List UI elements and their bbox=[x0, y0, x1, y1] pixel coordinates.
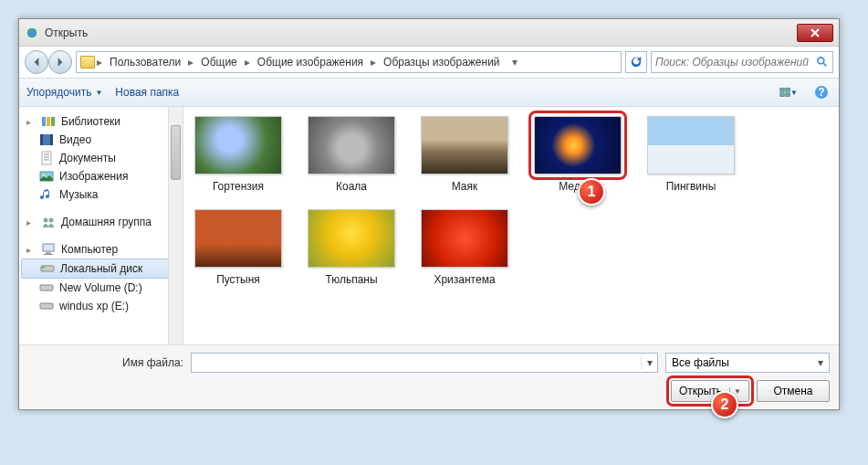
svg-point-18 bbox=[44, 218, 48, 223]
open-button[interactable]: Открыть ▼ bbox=[671, 380, 749, 402]
sidebar-item-images[interactable]: Изображения bbox=[19, 167, 183, 185]
cancel-button[interactable]: Отмена bbox=[757, 380, 830, 402]
svg-point-19 bbox=[49, 218, 54, 223]
sidebar-item-documents[interactable]: Документы bbox=[19, 149, 183, 167]
nav-row: ▸ Пользователи ▸ Общие ▸ Общие изображен… bbox=[19, 47, 839, 78]
callout-1: 1 bbox=[578, 178, 605, 206]
libraries-icon bbox=[41, 114, 56, 129]
sidebar-label: Музыка bbox=[59, 188, 98, 201]
svg-rect-22 bbox=[44, 254, 53, 255]
sidebar-label: Документы bbox=[59, 152, 116, 164]
cancel-label: Отмена bbox=[773, 385, 812, 397]
music-icon bbox=[39, 187, 54, 202]
sidebar-item-video[interactable]: Видео bbox=[19, 131, 183, 149]
documents-icon bbox=[39, 151, 54, 165]
sidebar-libraries[interactable]: ▸ Библиотеки bbox=[19, 112, 183, 131]
sidebar-computer[interactable]: ▸ Компьютер bbox=[19, 240, 183, 259]
thumbnail-label: Маяк bbox=[452, 180, 478, 193]
file-thumbnail[interactable]: Гортензия bbox=[193, 116, 284, 193]
breadcrumb-dropdown[interactable]: ▾ bbox=[507, 56, 522, 69]
svg-rect-20 bbox=[43, 244, 54, 251]
help-button[interactable]: ? bbox=[811, 82, 831, 102]
expand-icon: ▸ bbox=[26, 217, 36, 227]
svg-rect-10 bbox=[47, 117, 50, 126]
sidebar-label: windus xp (E:) bbox=[59, 300, 129, 312]
search-input[interactable] bbox=[655, 56, 816, 69]
organize-button[interactable]: Упорядочить ▼ bbox=[26, 86, 102, 99]
drive-icon bbox=[39, 299, 54, 313]
file-thumbnail[interactable]: Маяк bbox=[419, 116, 510, 193]
app-icon bbox=[25, 26, 39, 40]
close-button[interactable] bbox=[797, 24, 833, 42]
back-button[interactable] bbox=[25, 50, 48, 74]
svg-rect-6 bbox=[786, 93, 790, 97]
svg-rect-15 bbox=[42, 152, 51, 164]
titlebar: Открыть bbox=[19, 19, 839, 47]
sidebar-item-local-disk[interactable]: Локальный диск bbox=[21, 259, 181, 279]
svg-rect-11 bbox=[51, 117, 55, 126]
dialog-body: ▸ Библиотеки Видео Документы Изображения bbox=[19, 107, 839, 344]
thumbnail-label: Хризантема bbox=[434, 273, 495, 286]
refresh-button[interactable] bbox=[625, 51, 647, 73]
thumbnail-image bbox=[308, 116, 395, 174]
sidebar-label: Компьютер bbox=[61, 243, 118, 256]
homegroup-icon bbox=[41, 215, 56, 229]
svg-rect-25 bbox=[40, 285, 53, 291]
breadcrumb-item[interactable]: Образцы изображений bbox=[378, 56, 505, 69]
file-type-filter[interactable]: Все файлы ▾ bbox=[665, 353, 830, 373]
search-icon bbox=[816, 56, 829, 69]
svg-point-2 bbox=[818, 58, 824, 64]
sidebar-scrollbar[interactable] bbox=[168, 107, 183, 344]
chevron-down-icon[interactable]: ▾ bbox=[641, 356, 657, 369]
new-folder-button[interactable]: Новая папка bbox=[115, 86, 179, 99]
forward-button[interactable] bbox=[48, 50, 72, 74]
svg-rect-9 bbox=[42, 117, 46, 126]
open-dialog: Открыть ▸ Пользователи ▸ Общие ▸ Общие и… bbox=[18, 18, 840, 410]
sidebar-item-drive-d[interactable]: New Volume (D:) bbox=[19, 279, 183, 297]
thumbnail-image bbox=[308, 209, 395, 268]
search-box[interactable] bbox=[651, 51, 833, 73]
svg-rect-21 bbox=[46, 252, 51, 254]
sidebar-label: Изображения bbox=[59, 170, 128, 183]
thumbnail-image bbox=[194, 209, 282, 268]
thumbnail-image bbox=[647, 116, 735, 174]
sidebar-label: New Volume (D:) bbox=[59, 281, 142, 294]
sidebar-item-music[interactable]: Музыка bbox=[19, 185, 183, 204]
chevron-right-icon: ▸ bbox=[188, 56, 193, 69]
breadcrumb-item[interactable]: Общие изображения bbox=[252, 56, 369, 69]
file-thumbnail[interactable]: Тюльпаны bbox=[306, 209, 397, 286]
thumbnail-image bbox=[421, 209, 508, 268]
file-thumbnail[interactable]: Пустыня bbox=[193, 209, 284, 286]
sidebar-homegroup[interactable]: ▸ Домашняя группа bbox=[19, 213, 183, 231]
breadcrumb[interactable]: ▸ Пользователи ▸ Общие ▸ Общие изображен… bbox=[76, 51, 622, 73]
thumbnail-label: Коала bbox=[336, 180, 367, 193]
sidebar-item-drive-e[interactable]: windus xp (E:) bbox=[19, 297, 183, 315]
computer-icon bbox=[41, 242, 56, 257]
sidebar-label: Локальный диск bbox=[60, 262, 142, 275]
toolbar: Упорядочить ▼ Новая папка ▼ ? bbox=[19, 78, 839, 107]
file-thumbnail[interactable]: Пингвины bbox=[645, 116, 737, 193]
svg-rect-3 bbox=[780, 88, 785, 91]
file-thumbnail[interactable]: Медуза bbox=[532, 116, 623, 193]
close-icon bbox=[810, 28, 820, 37]
drive-icon bbox=[39, 280, 54, 295]
filename-input[interactable]: ▾ bbox=[191, 353, 658, 373]
view-button[interactable]: ▼ bbox=[779, 82, 799, 102]
chevron-down-icon[interactable]: ▾ bbox=[818, 356, 823, 369]
svg-rect-13 bbox=[40, 134, 43, 145]
view-icon bbox=[779, 86, 790, 99]
svg-rect-14 bbox=[50, 134, 53, 145]
file-thumbnail[interactable]: Коала bbox=[306, 116, 397, 193]
file-thumbnail[interactable]: Хризантема bbox=[419, 209, 510, 286]
breadcrumb-item[interactable]: Пользователи bbox=[104, 56, 186, 69]
callout-2: 2 bbox=[711, 391, 738, 418]
svg-rect-24 bbox=[42, 267, 45, 269]
thumbnail-image bbox=[194, 116, 282, 174]
organize-label: Упорядочить bbox=[26, 86, 91, 99]
chevron-right-icon: ▸ bbox=[97, 56, 102, 69]
sidebar: ▸ Библиотеки Видео Документы Изображения bbox=[19, 107, 183, 344]
expand-icon: ▸ bbox=[26, 245, 36, 255]
drive-icon bbox=[40, 261, 55, 276]
video-icon bbox=[39, 132, 54, 147]
breadcrumb-item[interactable]: Общие bbox=[195, 56, 242, 69]
